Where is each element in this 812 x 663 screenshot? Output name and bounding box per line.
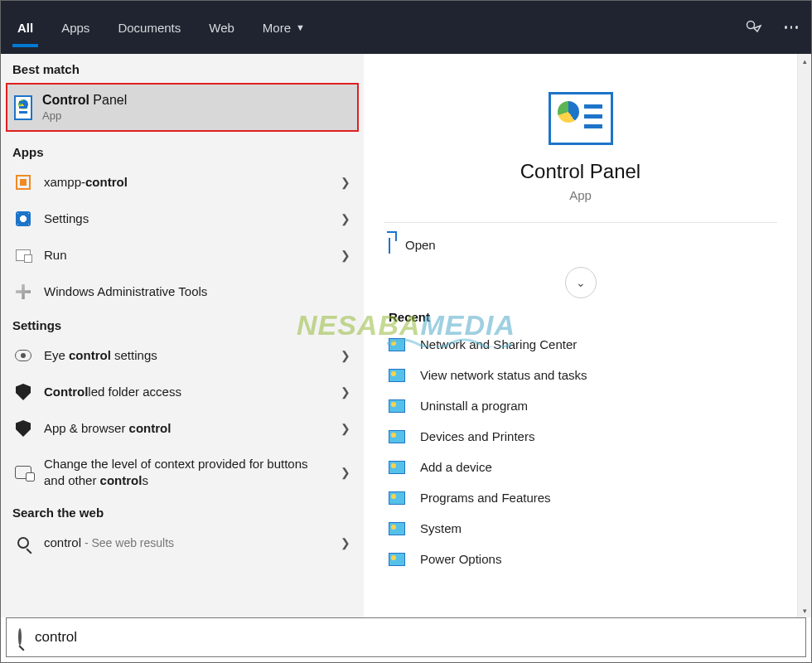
control-panel-item-icon bbox=[389, 461, 405, 474]
scroll-up-arrow[interactable]: ▴ bbox=[798, 54, 811, 68]
control-panel-item-icon bbox=[389, 430, 405, 443]
run-dialog-icon bbox=[14, 246, 32, 264]
chevron-right-icon: ❯ bbox=[341, 176, 350, 189]
search-top-tabs: All Apps Documents Web More ▼ bbox=[1, 1, 811, 54]
best-match-heading: Best match bbox=[1, 54, 364, 81]
scroll-down-arrow[interactable]: ▾ bbox=[798, 603, 811, 617]
control-panel-item-icon bbox=[389, 369, 405, 382]
settings-heading: Settings bbox=[1, 310, 364, 337]
preview-right-pane: Control Panel App Open ⌄ Recent Network … bbox=[364, 54, 797, 617]
best-match-result[interactable]: Control Panel App bbox=[6, 83, 359, 132]
expand-actions-button[interactable]: ⌄ bbox=[565, 267, 597, 298]
more-options-icon[interactable] bbox=[783, 19, 800, 36]
chevron-right-icon: ❯ bbox=[341, 385, 350, 399]
context-window-icon bbox=[14, 463, 32, 482]
best-match-title: Control Panel bbox=[42, 93, 127, 108]
web-result-control[interactable]: control - See web results ❯ bbox=[1, 525, 364, 561]
search-icon bbox=[14, 534, 32, 552]
setting-controlled-folder-access[interactable]: Controlled folder access ❯ bbox=[1, 374, 364, 410]
search-icon bbox=[18, 630, 22, 645]
vertical-scrollbar[interactable]: ▴ ▾ bbox=[797, 54, 811, 617]
app-result-xampp-control[interactable]: xampp-control ❯ bbox=[1, 164, 364, 201]
shield-icon bbox=[14, 383, 32, 401]
recent-item[interactable]: Power Options bbox=[364, 544, 797, 574]
chevron-right-icon: ❯ bbox=[341, 422, 350, 435]
recent-item[interactable]: Programs and Features bbox=[364, 482, 797, 513]
recent-item[interactable]: System bbox=[364, 513, 797, 544]
recent-item[interactable]: Network and Sharing Center bbox=[364, 329, 797, 360]
app-result-admin-tools[interactable]: Windows Administrative Tools bbox=[1, 273, 364, 310]
recent-item[interactable]: View network status and tasks bbox=[364, 360, 797, 390]
recent-item[interactable]: Devices and Printers bbox=[364, 421, 797, 452]
settings-gear-icon bbox=[14, 210, 32, 228]
chevron-right-icon: ❯ bbox=[341, 349, 350, 362]
apps-heading: Apps bbox=[1, 137, 364, 164]
control-panel-item-icon bbox=[389, 491, 405, 505]
open-action[interactable]: Open bbox=[364, 223, 797, 267]
start-search-box[interactable] bbox=[6, 617, 806, 657]
search-web-heading: Search the web bbox=[1, 497, 364, 525]
app-result-settings[interactable]: Settings ❯ bbox=[1, 201, 364, 237]
chevron-down-icon: ▼ bbox=[296, 22, 305, 32]
xampp-icon bbox=[14, 173, 32, 191]
tab-more[interactable]: More ▼ bbox=[258, 1, 310, 54]
eye-control-icon bbox=[14, 346, 32, 365]
chevron-right-icon: ❯ bbox=[341, 249, 350, 262]
control-panel-icon bbox=[14, 99, 32, 117]
setting-context-level[interactable]: Change the level of context provided for… bbox=[1, 447, 364, 497]
tab-more-label: More bbox=[263, 21, 291, 35]
control-panel-item-icon bbox=[389, 553, 405, 566]
tab-apps[interactable]: Apps bbox=[56, 1, 94, 54]
setting-app-browser-control[interactable]: App & browser control ❯ bbox=[1, 410, 364, 447]
recent-item[interactable]: Add a device bbox=[364, 452, 797, 482]
control-panel-item-icon bbox=[389, 522, 405, 535]
control-panel-large-icon bbox=[549, 92, 613, 145]
app-result-run[interactable]: Run ❯ bbox=[1, 237, 364, 273]
best-match-subtitle: App bbox=[42, 109, 127, 122]
setting-eye-control[interactable]: Eye control settings ❯ bbox=[1, 337, 364, 374]
shield-icon bbox=[14, 419, 32, 438]
tab-web[interactable]: Web bbox=[204, 1, 239, 54]
results-left-pane: Best match Control Panel App Apps xampp-… bbox=[1, 54, 364, 617]
preview-subtitle: App bbox=[364, 188, 797, 202]
svg-point-0 bbox=[747, 22, 755, 29]
chevron-right-icon: ❯ bbox=[341, 536, 350, 549]
tab-all[interactable]: All bbox=[12, 1, 38, 54]
search-input[interactable] bbox=[35, 629, 794, 646]
chevron-right-icon: ❯ bbox=[341, 466, 350, 479]
chevron-right-icon: ❯ bbox=[341, 212, 350, 225]
open-label: Open bbox=[405, 238, 436, 252]
feedback-icon[interactable] bbox=[745, 19, 761, 36]
preview-title: Control Panel bbox=[364, 160, 797, 183]
admin-tools-icon bbox=[14, 283, 32, 301]
control-panel-item-icon bbox=[389, 399, 405, 413]
recent-item[interactable]: Uninstall a program bbox=[364, 390, 797, 421]
control-panel-item-icon bbox=[389, 338, 405, 351]
open-icon bbox=[389, 238, 390, 252]
tab-documents[interactable]: Documents bbox=[113, 1, 186, 54]
recent-heading: Recent bbox=[364, 298, 797, 329]
